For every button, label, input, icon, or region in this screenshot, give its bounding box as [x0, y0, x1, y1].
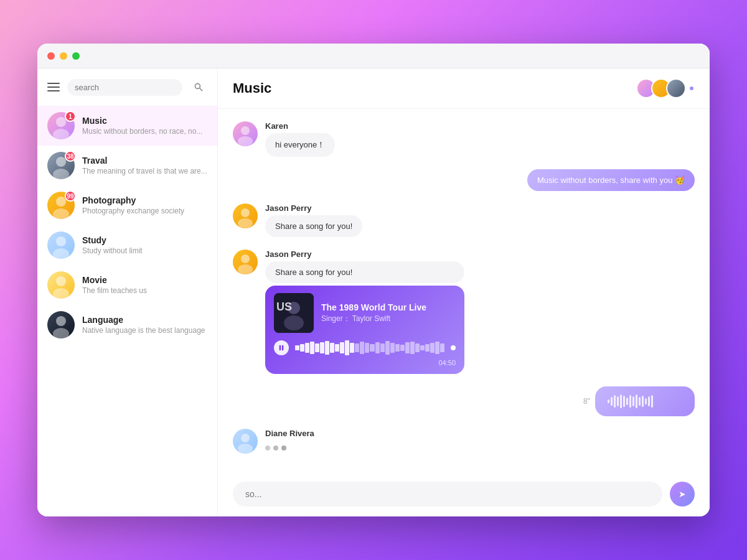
- svg-point-0: [56, 117, 66, 127]
- chat-area: Music Karen hi everyone！: [218, 68, 710, 516]
- music-info: The 1989 World Tour Live Singer： Taylor …: [321, 302, 456, 324]
- svg-point-10: [56, 316, 66, 326]
- message-text: hi everyone！: [265, 133, 335, 157]
- send-button[interactable]: ➤: [670, 482, 695, 506]
- avatar-wrapper: 99: [47, 192, 75, 219]
- typing-dot: [273, 446, 278, 450]
- svg-rect-22: [280, 345, 281, 350]
- item-info: Movie The film teaches us: [82, 275, 207, 295]
- music-player: 04:50: [265, 340, 464, 374]
- avatar-wrapper: [47, 311, 75, 338]
- waveform: [295, 340, 444, 355]
- progress-dot[interactable]: [451, 345, 456, 350]
- sidebar-item-travel[interactable]: 38 Traval The meaning of travel is that …: [37, 146, 217, 185]
- typing-dot: [265, 446, 270, 450]
- search-button[interactable]: [190, 78, 207, 96]
- title-bar: [37, 44, 710, 68]
- svg-point-4: [56, 197, 66, 207]
- sidebar-header: [37, 68, 217, 101]
- svg-text:US: US: [276, 301, 292, 313]
- item-sub: Music without borders, no race, no...: [82, 127, 207, 136]
- svg-point-9: [53, 288, 69, 299]
- send-icon: ➤: [679, 489, 686, 499]
- avatar: [47, 231, 75, 259]
- avatar-wrapper: 38: [47, 152, 75, 179]
- music-card-top: US The 1989 World Tour Live Singer： Tayl…: [265, 286, 464, 340]
- avatar: [233, 429, 258, 454]
- svg-point-24: [241, 434, 250, 442]
- avatar: [47, 311, 75, 338]
- item-sub: The film teaches us: [82, 286, 207, 295]
- voice-message[interactable]: [595, 386, 695, 416]
- hamburger-menu[interactable]: [47, 83, 60, 91]
- avatar: [47, 271, 75, 299]
- voice-duration-label: 8": [583, 397, 590, 406]
- music-title: The 1989 World Tour Live: [321, 302, 456, 312]
- music-artist: Singer： Taylor Swift: [321, 314, 456, 324]
- message-content: Jason Perry Share a song for you! US: [265, 250, 464, 374]
- item-sub: Photography exchange society: [82, 207, 207, 215]
- svg-point-6: [56, 236, 66, 246]
- svg-point-5: [53, 208, 69, 219]
- avatar-wrapper: [47, 231, 75, 259]
- svg-point-16: [241, 254, 250, 263]
- item-sub: The meaning of travel is that we are...: [82, 167, 207, 175]
- item-name: Language: [82, 315, 207, 325]
- minimize-button[interactable]: [60, 52, 67, 60]
- item-name: Study: [82, 235, 207, 245]
- message-row: Diane Rivera: [233, 429, 695, 455]
- sidebar-item-music[interactable]: 1 Music Music without borders, no race, …: [37, 106, 217, 146]
- message-row: Jason Perry Share a song for you!: [233, 203, 695, 237]
- avatar: [233, 121, 258, 146]
- app-body: 1 Music Music without borders, no race, …: [37, 68, 710, 516]
- item-sub: Study without limit: [82, 246, 207, 255]
- typing-dot: [281, 446, 286, 450]
- svg-point-20: [284, 315, 304, 330]
- message-content: Karen hi everyone！: [265, 121, 335, 157]
- sidebar: 1 Music Music without borders, no race, …: [37, 68, 218, 516]
- message-content: Music without borders, share with you 🥳: [527, 169, 695, 191]
- album-art-inner: US: [274, 293, 314, 333]
- messages-container: Karen hi everyone！ Music without borders…: [218, 109, 710, 474]
- maximize-button[interactable]: [72, 52, 80, 60]
- svg-point-2: [56, 157, 66, 167]
- sidebar-item-photography[interactable]: 99 Photography Photography exchange soci…: [37, 185, 217, 225]
- svg-point-1: [53, 129, 69, 139]
- chat-title: Music: [233, 80, 271, 96]
- music-card[interactable]: US The 1989 World Tour Live Singer： Tayl…: [265, 286, 464, 374]
- sidebar-item-movie[interactable]: Movie The film teaches us: [37, 265, 217, 305]
- svg-point-7: [53, 248, 69, 259]
- item-info: Music Music without borders, no race, no…: [82, 116, 207, 136]
- message-row: 8": [233, 386, 695, 416]
- pause-button[interactable]: [274, 340, 289, 355]
- message-content: Jason Perry Share a song for you!: [265, 203, 362, 237]
- message-text: Music without borders, share with you 🥳: [527, 169, 695, 191]
- app-window: 1 Music Music without borders, no race, …: [37, 44, 710, 516]
- item-sub: Native language is the best language: [82, 326, 207, 335]
- chat-header: Music: [218, 68, 710, 109]
- close-button[interactable]: [47, 52, 55, 60]
- svg-point-25: [238, 444, 253, 454]
- avatar: [233, 250, 258, 274]
- online-indicator: [688, 85, 695, 91]
- item-info: Study Study without limit: [82, 235, 207, 255]
- svg-rect-23: [282, 345, 284, 350]
- message-text: Share a song for you!: [265, 261, 464, 283]
- sidebar-item-study[interactable]: Study Study without limit: [37, 225, 217, 265]
- typing-indicator: [265, 441, 314, 455]
- message-row: Jason Perry Share a song for you! US: [233, 250, 695, 374]
- chat-input-row: ➤: [218, 474, 710, 516]
- message-content: Diane Rivera: [265, 429, 314, 455]
- sidebar-item-language[interactable]: Language Native language is the best lan…: [37, 305, 217, 345]
- voice-wave: [608, 394, 653, 409]
- item-name: Music: [82, 116, 207, 126]
- notification-badge: 38: [65, 151, 76, 162]
- player-controls: [274, 340, 456, 355]
- svg-point-14: [241, 208, 250, 217]
- avatar: [666, 78, 686, 98]
- message-sender: Jason Perry: [265, 250, 464, 259]
- message-input[interactable]: [245, 489, 650, 499]
- search-input[interactable]: [75, 83, 175, 92]
- time-label: 04:50: [274, 359, 456, 366]
- message-row: Karen hi everyone！: [233, 121, 695, 157]
